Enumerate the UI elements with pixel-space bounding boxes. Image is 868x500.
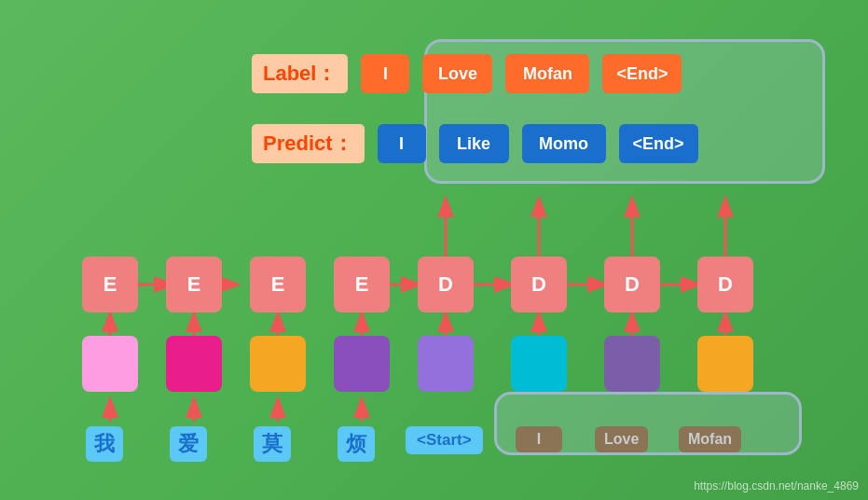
encoder-node-2: E (166, 257, 222, 312)
label-prefix: Label： (252, 54, 348, 93)
chinese-char-1: 我 (86, 426, 123, 462)
decoder-input-node-3 (604, 336, 660, 392)
decoder-input-label-mofan: Mofan (679, 426, 741, 452)
label-token-i: I (361, 54, 409, 93)
encoder-input-4 (334, 336, 390, 392)
label-token-end: <End> (602, 54, 682, 93)
label-token-mofan: Mofan (505, 54, 589, 93)
chinese-char-2: 爱 (170, 426, 207, 462)
decoder-node-3: D (604, 257, 660, 312)
predict-row: Predict： I Like Momo <End> (252, 124, 698, 163)
encoder-input-1 (82, 336, 138, 392)
decoder-node-4: D (697, 257, 753, 312)
predict-prefix: Predict： (252, 124, 365, 163)
predict-token-like: Like (439, 124, 509, 163)
encoder-input-3 (250, 336, 306, 392)
encoder-node-3: E (250, 257, 306, 312)
predict-token-end: <End> (619, 124, 698, 163)
decoder-input-label-love: Love (595, 426, 648, 452)
predict-token-momo: Momo (522, 124, 606, 163)
label-token-love: Love (422, 54, 492, 93)
decoder-input-label-i: I (516, 426, 562, 452)
decoder-node-1: D (418, 257, 474, 312)
decoder-input-node-2 (511, 336, 567, 392)
encoder-input-2 (166, 336, 222, 392)
chinese-char-3: 莫 (254, 426, 291, 462)
start-label: <Start> (406, 426, 483, 454)
decoder-node-2: D (511, 257, 567, 312)
decoder-input-node-1 (418, 336, 474, 392)
main-container: Label： I Love Mofan <End> Predict： I Lik… (0, 0, 868, 500)
predict-token-i: I (378, 124, 426, 163)
watermark: https://blog.csdn.net/nanke_4869 (694, 479, 859, 493)
decoder-input-node-4 (697, 336, 753, 392)
chinese-char-4: 烦 (338, 426, 375, 462)
encoder-node-4: E (334, 257, 390, 312)
label-row: Label： I Love Mofan <End> (252, 54, 682, 93)
encoder-node-1: E (82, 257, 138, 312)
